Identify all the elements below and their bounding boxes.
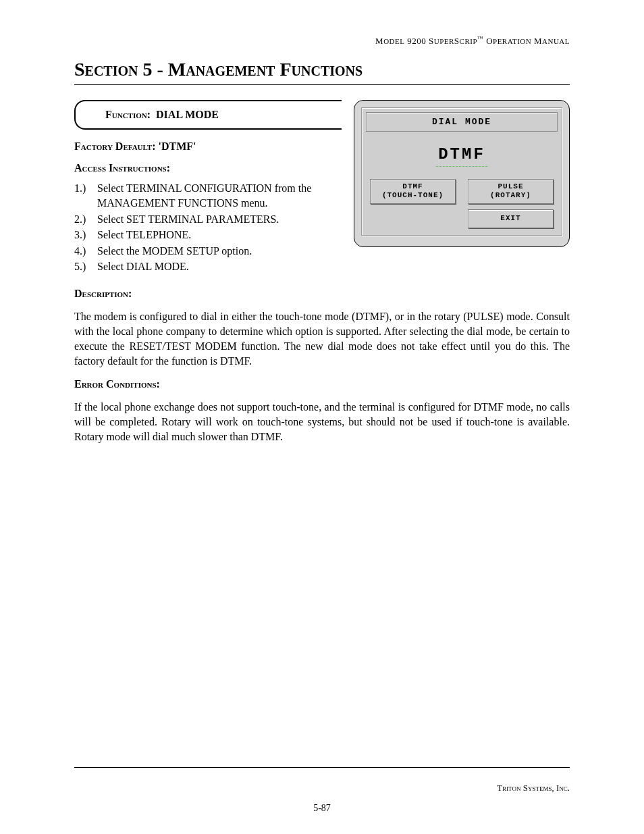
top-area: Function: DIAL MODE Factory Default: 'DT… — [74, 100, 570, 278]
factory-default-label: Factory Default: — [74, 140, 156, 152]
dtmf-button-line1: DTMF — [371, 182, 455, 191]
pulse-button-line1: PULSE — [468, 182, 553, 191]
exit-button[interactable]: EXIT — [468, 209, 554, 228]
function-tab: Function: DIAL MODE — [74, 100, 342, 130]
error-conditions-text: If the local phone exchange does not sup… — [74, 400, 570, 444]
list-item: 1.) Select TERMINAL CONFIGURATION from t… — [74, 181, 342, 210]
step-text: Select TERMINAL CONFIGURATION from the M… — [97, 181, 342, 210]
step-text: Select TELEPHONE. — [97, 228, 191, 242]
footer-page-number: 5-87 — [0, 803, 644, 814]
function-name-value: DIAL MODE — [156, 109, 219, 121]
access-steps-list: 1.) Select TERMINAL CONFIGURATION from t… — [74, 181, 342, 274]
factory-default-heading: Factory Default: 'DTMF' — [74, 140, 342, 153]
footer-company: Triton Systems, Inc. — [497, 783, 570, 793]
running-header: MODEL 9200 SUPERSCRIP™ OPERATION MANUAL — [74, 35, 570, 47]
dtmf-button[interactable]: DTMF (TOUCH-TONE) — [370, 179, 456, 203]
step-number: 1.) — [74, 181, 97, 210]
description-heading: Description: — [74, 288, 570, 300]
pulse-button[interactable]: PULSE (ROTARY) — [468, 179, 554, 203]
access-instructions-heading: Access Instructions: — [74, 162, 342, 174]
terminal-screen-title: DIAL MODE — [366, 112, 558, 132]
step-number: 3.) — [74, 228, 97, 242]
terminal-screen-panel: DIAL MODE DTMF DTMF (TOUCH-TONE) PULSE (… — [354, 100, 570, 246]
footer-rule — [74, 767, 570, 768]
step-number: 4.) — [74, 244, 97, 259]
function-name — [151, 109, 156, 121]
left-column: Function: DIAL MODE Factory Default: 'DT… — [74, 100, 342, 278]
terminal-exit-row: EXIT — [366, 204, 558, 228]
document-page: MODEL 9200 SUPERSCRIP™ OPERATION MANUAL … — [0, 0, 644, 834]
list-item: 5.) Select DIAL MODE. — [74, 259, 342, 274]
terminal-current-value: DTMF — [366, 145, 558, 163]
list-item: 2.) Select SET TERMINAL PARAMETERS. — [74, 212, 342, 227]
list-item: 3.) Select TELEPHONE. — [74, 228, 342, 242]
error-conditions-heading: Error Conditions: — [74, 378, 570, 390]
terminal-value-underline — [436, 166, 487, 167]
step-number: 5.) — [74, 259, 97, 274]
function-label: Function: — [105, 109, 151, 121]
pulse-button-line2: (ROTARY) — [468, 191, 553, 200]
terminal-screen-inner: DIAL MODE DTMF DTMF (TOUCH-TONE) PULSE (… — [361, 107, 562, 235]
step-text: Select SET TERMINAL PARAMETERS. — [97, 212, 279, 227]
title-rule — [74, 84, 570, 85]
description-text: The modem is configured to dial in eithe… — [74, 309, 570, 369]
step-number: 2.) — [74, 212, 97, 227]
step-text: Select DIAL MODE. — [97, 259, 189, 274]
dtmf-button-line2: (TOUCH-TONE) — [371, 191, 455, 200]
exit-button-label: EXIT — [468, 214, 553, 223]
list-item: 4.) Select the MODEM SETUP option. — [74, 244, 342, 259]
factory-default-value: 'DTMF' — [159, 140, 196, 152]
terminal-button-row: DTMF (TOUCH-TONE) PULSE (ROTARY) — [366, 179, 558, 203]
step-text: Select the MODEM SETUP option. — [97, 244, 252, 259]
section-title: Section 5 - Management Functions — [74, 59, 570, 80]
